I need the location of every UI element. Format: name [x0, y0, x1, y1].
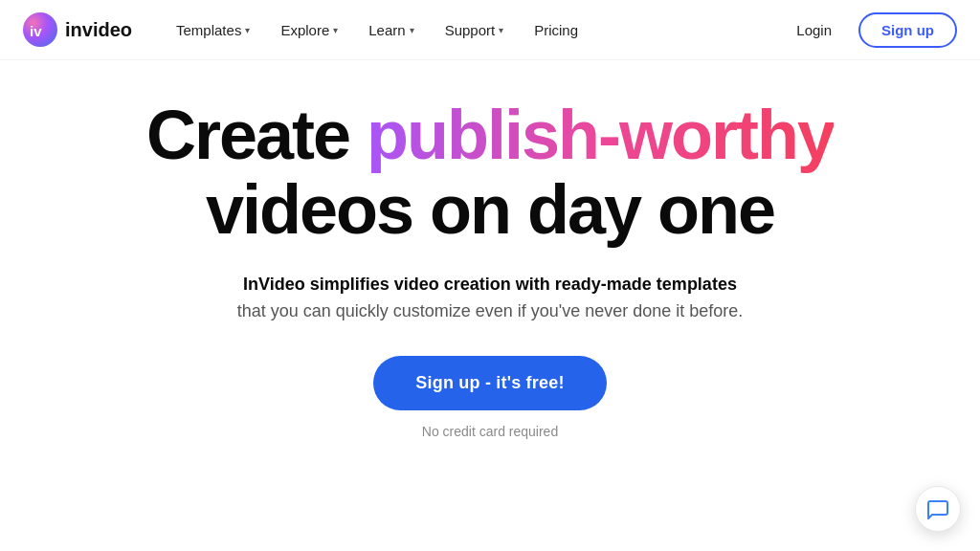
login-button[interactable]: Login	[785, 14, 843, 46]
nav-item-explore[interactable]: Explore ▾	[267, 14, 351, 46]
navbar: iv invideo Templates ▾ Explore ▾ Learn ▾…	[0, 0, 980, 60]
signup-button[interactable]: Sign up	[858, 12, 957, 48]
headline-prefix: Create	[146, 97, 367, 173]
headline-gradient: publish-worthy	[367, 97, 834, 173]
hero-subtext-normal: that you can quickly customize even if y…	[237, 301, 744, 320]
nav-pricing-label: Pricing	[534, 22, 578, 38]
nav-item-learn[interactable]: Learn ▾	[355, 14, 427, 46]
hero-section: Create publish-worthy videos on day one …	[0, 60, 980, 458]
nav-item-templates[interactable]: Templates ▾	[163, 14, 263, 46]
chevron-down-icon: ▾	[333, 25, 338, 35]
headline-suffix: videos on day one	[206, 171, 774, 248]
chat-bubble-button[interactable]	[915, 486, 961, 532]
nav-support-label: Support	[445, 22, 496, 38]
nav-learn-label: Learn	[368, 22, 405, 38]
chevron-down-icon: ▾	[410, 25, 414, 35]
svg-text:iv: iv	[30, 23, 42, 39]
chevron-down-icon: ▾	[245, 25, 250, 35]
hero-headline: Create publish-worthy videos on day one	[146, 99, 834, 248]
nav-explore-label: Explore	[280, 22, 329, 38]
nav-links: Templates ▾ Explore ▾ Learn ▾ Support ▾ …	[163, 14, 785, 46]
hero-subtext: InVideo simplifies video creation with r…	[232, 271, 748, 326]
hero-subtext-bold: InVideo simplifies video creation with r…	[243, 275, 737, 294]
chevron-down-icon: ▾	[499, 25, 503, 35]
logo-icon: iv	[23, 12, 57, 47]
logo-text: invideo	[65, 19, 132, 41]
nav-right: Login Sign up	[785, 12, 957, 48]
nav-item-pricing[interactable]: Pricing	[521, 14, 591, 46]
nav-templates-label: Templates	[176, 22, 241, 38]
chat-icon	[926, 497, 949, 520]
cta-button[interactable]: Sign up - it's free!	[373, 356, 606, 410]
no-credit-card-label: No credit card required	[422, 424, 558, 439]
logo-link[interactable]: iv invideo	[23, 12, 132, 47]
nav-item-support[interactable]: Support ▾	[432, 14, 518, 46]
